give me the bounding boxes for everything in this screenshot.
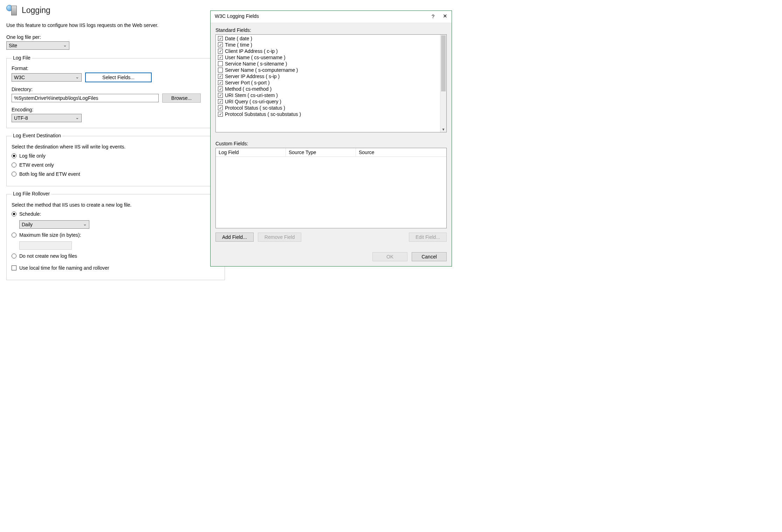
close-icon[interactable] <box>443 13 447 19</box>
log-event-destination-option[interactable]: ETW event only <box>12 162 220 168</box>
checkbox-icon <box>218 74 223 79</box>
standard-field-label: Protocol Status ( sc-status ) <box>225 105 285 111</box>
standard-field-label: Server IP Address ( s-ip ) <box>225 74 280 79</box>
log-file-rollover-help: Select the method that IIS uses to creat… <box>12 202 220 208</box>
standard-field-item[interactable]: Protocol Substatus ( sc-substatus ) <box>218 111 438 117</box>
standard-field-item[interactable]: URI Stem ( cs-uri-stem ) <box>218 92 438 98</box>
select-fields-label: Select Fields... <box>102 75 135 80</box>
add-field-label: Add Field... <box>222 234 247 240</box>
checkbox-icon <box>218 42 223 47</box>
max-size-radio[interactable]: Maximum file size (in bytes): <box>12 232 220 238</box>
standard-fields-listbox[interactable]: Date ( date )Time ( time )Client IP Addr… <box>215 34 447 132</box>
checkbox-icon <box>218 36 223 41</box>
log-event-destination-option[interactable]: Log file only <box>12 153 220 159</box>
directory-input[interactable] <box>12 94 159 102</box>
chevron-down-icon <box>83 222 87 227</box>
checkbox-icon <box>218 68 223 72</box>
edit-field-label: Edit Field... <box>416 234 440 240</box>
schedule-radio[interactable]: Schedule: <box>12 211 220 217</box>
page-title: Logging <box>22 6 50 15</box>
nocreate-radio[interactable]: Do not create new log files <box>12 253 220 259</box>
chevron-down-icon <box>63 43 67 48</box>
encoding-value: UTF-8 <box>14 115 28 121</box>
remove-field-label: Remove Field <box>265 234 295 240</box>
standard-field-item[interactable]: Client IP Address ( c-ip ) <box>218 48 438 54</box>
log-event-destination-legend: Log Event Destination <box>12 133 62 138</box>
standard-field-item[interactable]: Server Port ( s-port ) <box>218 80 438 86</box>
cancel-button[interactable]: Cancel <box>412 252 447 261</box>
encoding-label: Encoding: <box>12 107 220 112</box>
standard-field-label: URI Query ( cs-uri-query ) <box>225 99 281 104</box>
standard-field-item[interactable]: Server Name ( s-computername ) <box>218 67 438 73</box>
select-fields-button[interactable]: Select Fields... <box>85 72 152 82</box>
max-size-label: Maximum file size (in bytes): <box>19 232 81 238</box>
browse-label: Browse... <box>171 95 192 101</box>
encoding-dropdown[interactable]: UTF-8 <box>12 114 82 122</box>
checkbox-icon <box>218 49 223 54</box>
log-file-group: Log File Format: W3C Select Fields... Di… <box>6 58 225 128</box>
browse-button[interactable]: Browse... <box>162 94 201 103</box>
directory-label: Directory: <box>12 87 220 92</box>
log-event-destination-option[interactable]: Both log file and ETW event <box>12 171 220 177</box>
standard-field-label: URI Stem ( cs-uri-stem ) <box>225 92 278 98</box>
log-event-destination-help: Select the destination where IIS will wr… <box>12 144 220 150</box>
schedule-dropdown[interactable]: Daily <box>19 220 89 229</box>
w3c-logging-fields-dialog: W3C Logging Fields Standard Fields: Date… <box>210 11 452 267</box>
chevron-down-icon <box>75 75 79 80</box>
standard-field-item[interactable]: URI Query ( cs-uri-query ) <box>218 98 438 105</box>
standard-field-item[interactable]: Server IP Address ( s-ip ) <box>218 73 438 80</box>
log-file-rollover-group: Log File Rollover Select the method that… <box>6 194 225 280</box>
custom-fields-table[interactable]: Log Field Source Type Source <box>215 148 447 228</box>
scrollbar[interactable]: ▲ ▼ <box>440 35 446 132</box>
standard-field-item[interactable]: Protocol Status ( sc-status ) <box>218 105 438 111</box>
standard-field-label: Client IP Address ( c-ip ) <box>225 48 278 54</box>
one-log-file-per-value: Site <box>9 43 17 48</box>
standard-fields-label: Standard Fields: <box>215 27 447 33</box>
help-icon[interactable] <box>432 13 434 19</box>
checkbox-icon <box>218 87 223 91</box>
server-globe-icon <box>6 4 18 16</box>
standard-field-item[interactable]: Time ( time ) <box>218 42 438 48</box>
col-source[interactable]: Source <box>356 148 446 157</box>
log-file-rollover-legend: Log File Rollover <box>12 191 51 196</box>
standard-field-item[interactable]: Service Name ( s-sitename ) <box>218 61 438 67</box>
checkbox-icon <box>218 80 223 85</box>
col-source-type[interactable]: Source Type <box>286 148 356 157</box>
radio-icon <box>12 212 16 216</box>
add-field-button[interactable]: Add Field... <box>215 233 254 242</box>
standard-field-label: Date ( date ) <box>225 36 252 41</box>
checkbox-icon <box>218 99 223 104</box>
max-size-input[interactable] <box>19 241 72 250</box>
standard-field-label: User Name ( cs-username ) <box>225 55 286 60</box>
log-file-legend: Log File <box>12 55 32 61</box>
dialog-title: W3C Logging Fields <box>215 13 259 19</box>
checkbox-icon <box>12 265 16 270</box>
radio-icon <box>12 163 16 167</box>
chevron-down-icon <box>75 115 79 121</box>
standard-field-item[interactable]: Date ( date ) <box>218 35 438 42</box>
format-dropdown[interactable]: W3C <box>12 73 82 82</box>
one-log-file-per-dropdown[interactable]: Site <box>6 41 69 50</box>
checkbox-icon <box>218 112 223 117</box>
cancel-label: Cancel <box>421 254 437 260</box>
col-log-field[interactable]: Log Field <box>216 148 286 157</box>
standard-field-label: Protocol Substatus ( sc-substatus ) <box>225 111 301 117</box>
standard-field-label: Service Name ( s-sitename ) <box>225 61 287 67</box>
use-local-time-checkbox[interactable]: Use local time for file naming and rollo… <box>12 265 220 271</box>
radio-icon <box>12 254 16 258</box>
format-label: Format: <box>12 65 220 71</box>
scrollbar-thumb[interactable] <box>441 35 446 91</box>
page-description: Use this feature to configure how IIS lo… <box>6 22 225 28</box>
edit-field-button[interactable]: Edit Field... <box>409 233 447 242</box>
ok-button[interactable]: OK <box>372 252 407 261</box>
log-event-destination-option-label: Log file only <box>19 153 46 159</box>
scroll-down-icon[interactable]: ▼ <box>440 127 446 131</box>
standard-field-item[interactable]: Method ( cs-method ) <box>218 86 438 92</box>
standard-field-item[interactable]: User Name ( cs-username ) <box>218 54 438 61</box>
checkbox-icon <box>218 105 223 110</box>
remove-field-button[interactable]: Remove Field <box>258 233 301 242</box>
one-log-file-per-label: One log file per: <box>6 34 225 40</box>
standard-field-label: Server Port ( s-port ) <box>225 80 270 85</box>
page-header: Logging <box>6 4 225 16</box>
custom-fields-label: Custom Fields: <box>215 141 447 146</box>
